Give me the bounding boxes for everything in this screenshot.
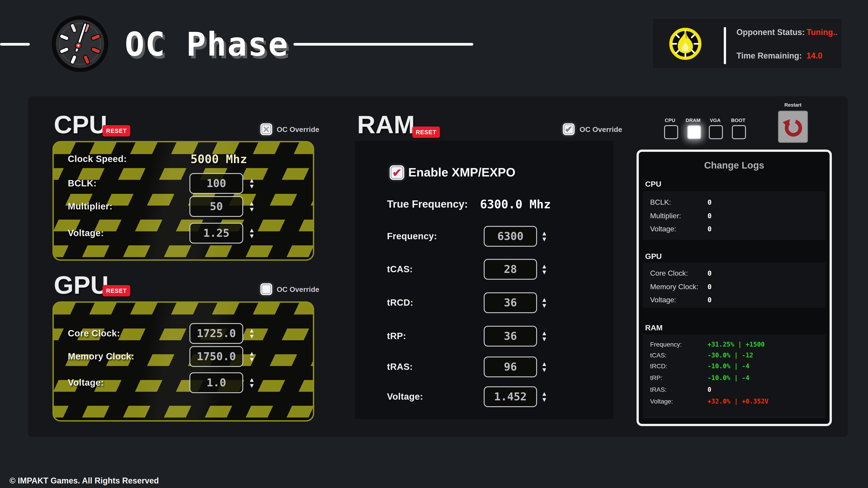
opponent-status-label: Opponent Status: [737,28,805,37]
led-label-cpu: CPU [665,118,675,123]
ram-tcas-input[interactable]: 28 [484,259,537,280]
gpu-memory-clock-input[interactable]: 1750.0 [189,346,243,367]
spin-down-icon[interactable] [541,303,548,308]
field-value: 1750.0 [197,350,236,363]
log-value: 0 [708,269,712,278]
ram-frequency-input[interactable]: 6300 [484,226,537,247]
log-value: 0 [708,283,712,291]
change-logs-title: Change Logs [639,160,830,171]
spin-up-icon[interactable] [541,361,548,366]
log-section-gpu: GPU [645,252,662,261]
spin-down-icon[interactable] [249,357,255,362]
led-label-dram: DRAM [686,118,701,123]
field-value: 96 [504,361,517,373]
spin-down-icon[interactable] [541,270,548,275]
status-divider [724,27,726,64]
gauge-icon [52,15,108,72]
spin-up-icon[interactable] [541,331,548,336]
log-label: Voltage: [650,398,673,405]
log-value: -10.0% | -4 [708,362,749,369]
gpu-core-clock-input[interactable]: 1725.0 [189,323,243,344]
cpu-multiplier-input[interactable]: 50 [189,196,243,217]
header-line-left [0,43,30,46]
header-line-right [293,43,473,46]
opponent-status-value: Tuning.. [807,28,837,37]
log-label: tRCD: [650,362,667,369]
cpu-section-title: CPU [54,112,107,137]
spin-down-icon[interactable] [541,397,548,402]
gpu-reset-button[interactable]: RESET [103,285,130,296]
spin-up-icon[interactable] [249,201,255,206]
log-label: Multiplier: [650,212,681,220]
cpu-voltage-input[interactable]: 1.25 [189,223,243,243]
field-label: tRP: [387,331,406,341]
cpu-reset-button[interactable]: RESET [103,125,130,136]
spin-up-icon[interactable] [249,328,255,333]
log-value: 0 [708,296,712,304]
field-value: 1725.0 [197,327,236,340]
restart-label: Restart [784,102,802,107]
field-value: 6300 [497,230,524,242]
spin-down-icon[interactable] [249,234,255,238]
spin-up-icon[interactable] [541,391,548,396]
log-label: tRP: [650,374,662,381]
field-value: 1.25 [203,227,229,239]
spin-up-icon[interactable] [541,264,548,269]
ram-reset-button[interactable]: RESET [412,127,440,138]
log-value: -10.0% | -4 [708,374,749,381]
spin-down-icon[interactable] [249,207,255,212]
field-value: 36 [504,330,517,343]
field-label: tRCD: [387,297,413,308]
spin-down-icon[interactable] [541,337,548,341]
x-icon: ✕ [263,125,270,133]
cpu-led [664,125,678,139]
spin-down-icon[interactable] [249,334,255,339]
spin-down-icon[interactable] [249,383,255,388]
gpu-voltage-stepper [249,377,255,388]
ram-trp-input[interactable]: 36 [484,326,537,347]
spin-up-icon[interactable] [249,178,255,183]
spin-up-icon[interactable] [249,377,255,382]
ram-oc-override-checkbox[interactable]: ✔ [563,123,575,135]
spin-down-icon[interactable] [541,237,548,242]
gpu-section-title: GPU [54,272,109,298]
log-label: tCAS: [650,352,666,359]
log-section-cpu: CPU [645,180,661,189]
log-value: -30.0% | -12 [708,352,753,359]
cpu-bclk-input[interactable]: 100 [189,173,243,194]
field-label: Clock Speed: [68,154,127,164]
spin-up-icon[interactable] [249,351,255,356]
spin-up-icon[interactable] [249,228,255,233]
ram-trcd-input[interactable]: 36 [484,292,537,313]
field-value: 36 [504,296,517,309]
field-label: Voltage: [387,392,423,402]
spin-up-icon[interactable] [541,297,548,302]
time-remaining-value: 14.0 [807,51,822,61]
log-label: BCLK: [650,198,671,206]
led-label-vga: VGA [710,118,721,123]
restart-button[interactable] [778,111,808,143]
ram-tras-input[interactable]: 96 [484,357,537,377]
ram-frequency-stepper [541,231,548,242]
gpu-oc-override-checkbox[interactable] [260,283,272,295]
gpu-voltage-input[interactable]: 1.0 [189,372,243,393]
gpu-memory-clock-stepper [249,351,255,362]
ram-voltage-input[interactable]: 1.452 [484,386,537,407]
spin-down-icon[interactable] [249,184,255,189]
spin-up-icon[interactable] [541,231,548,236]
log-value: +32.0% | +0.352V [708,398,769,405]
log-value: 0 [708,386,711,393]
spin-down-icon[interactable] [541,367,548,372]
field-value: 28 [504,263,517,275]
field-label: Voltage: [68,378,104,388]
ram-section-title: RAM [357,112,415,137]
time-remaining-label: Time Remaining: [737,51,802,61]
vga-led [709,125,723,139]
field-label: tRAS: [387,362,413,372]
field-value: 100 [207,177,226,190]
log-label: Memory Clock: [650,283,698,291]
boot-led [732,125,746,139]
cpu-oc-override-checkbox[interactable]: ✕ [260,123,272,135]
log-value: +31.25% | +1500 [708,341,765,348]
field-value: 1.0 [207,377,226,389]
